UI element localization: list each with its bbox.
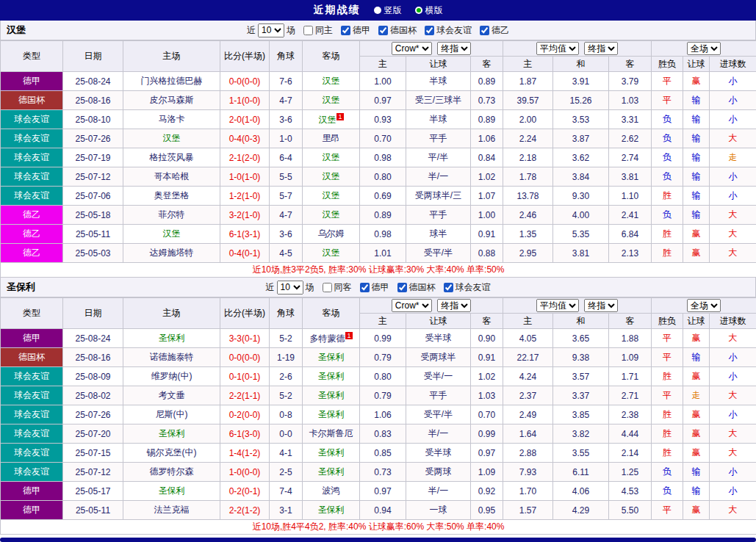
match-score[interactable]: 0-4(0-3): [220, 129, 270, 148]
match-score[interactable]: 2-0(1-0): [220, 110, 270, 129]
away-team[interactable]: 波鸿: [303, 482, 360, 501]
same-venue-filter[interactable]: 同主: [303, 24, 333, 37]
league-checkbox[interactable]: [341, 26, 350, 35]
recent-count-select[interactable]: 10: [258, 24, 284, 37]
league-checkbox[interactable]: [360, 283, 370, 292]
away-team[interactable]: 里昂: [303, 129, 360, 148]
col-header-result: 胜负: [652, 314, 683, 329]
away-team[interactable]: 汉堡: [303, 206, 360, 225]
away-team[interactable]: 乌尔姆: [303, 225, 360, 244]
league-checkbox[interactable]: [425, 26, 434, 35]
league-filter-bundesliga2[interactable]: 德乙: [480, 24, 509, 37]
home-team[interactable]: 考文垂: [123, 386, 220, 405]
league-checkbox[interactable]: [397, 283, 407, 292]
match-score[interactable]: 0-2(0-1): [220, 482, 270, 501]
home-team[interactable]: 圣保利: [123, 482, 220, 501]
home-team[interactable]: 达姆施塔特: [123, 244, 220, 263]
home-team[interactable]: 法兰克福: [123, 501, 220, 520]
league-filter-bundesliga[interactable]: 德甲: [341, 24, 370, 37]
match-score[interactable]: 1-2(1-0): [220, 187, 270, 206]
home-team[interactable]: 圣保利: [123, 424, 220, 444]
scope-select[interactable]: 全场: [687, 42, 721, 55]
home-team[interactable]: 圣保利: [123, 329, 220, 348]
home-team[interactable]: 汉堡: [123, 225, 220, 244]
home-team[interactable]: 德罗特尔森: [123, 463, 220, 482]
away-team[interactable]: 汉堡: [303, 72, 360, 91]
league-filter-friendly[interactable]: 球会友谊: [444, 281, 491, 294]
match-score[interactable]: 3-3(0-1): [220, 329, 270, 348]
home-team[interactable]: 维罗纳(中): [123, 367, 220, 386]
league-filter-friendly[interactable]: 球会友谊: [425, 24, 472, 37]
match-score[interactable]: 3-2(1-0): [220, 206, 270, 225]
league-filter-dfb-pokal[interactable]: 德国杯: [397, 281, 436, 294]
away-team[interactable]: 汉堡: [303, 187, 360, 206]
away-team[interactable]: 圣保利: [303, 348, 360, 367]
away-team[interactable]: 汉堡: [303, 148, 360, 167]
away-team[interactable]: 卡尔斯鲁厄: [303, 424, 360, 444]
match-score[interactable]: 1-0(1-0): [220, 167, 270, 187]
scope-select[interactable]: 全场: [687, 299, 721, 312]
match-score[interactable]: 0-1(0-1): [220, 367, 270, 386]
match-score[interactable]: 1-1(0-0): [220, 91, 270, 110]
euro-away-odds: 5.50: [609, 501, 652, 520]
away-team[interactable]: 圣保利: [303, 463, 360, 482]
league-checkbox[interactable]: [378, 26, 388, 35]
match-score[interactable]: 6-1(3-0): [220, 424, 270, 444]
match-score[interactable]: 0-4(0-1): [220, 244, 270, 263]
recent-count-select[interactable]: 10: [277, 281, 303, 295]
corner-score: 3-6: [270, 225, 303, 244]
filter-suffix-label: 场: [306, 281, 314, 294]
same-venue-filter[interactable]: 同客: [323, 281, 352, 294]
match-score[interactable]: 0-0(0-0): [220, 348, 270, 367]
match-score[interactable]: 0-0(0-0): [220, 72, 270, 91]
league-checkbox[interactable]: [480, 26, 489, 35]
match-score[interactable]: 0-2(0-0): [220, 405, 270, 424]
home-team[interactable]: 格拉茨风暴: [123, 148, 220, 167]
home-team[interactable]: 诺德施泰特: [123, 348, 220, 367]
asian-provider-select[interactable]: Crow*: [392, 299, 432, 312]
home-team[interactable]: 奥登堡格: [123, 187, 220, 206]
home-team[interactable]: 门兴格拉德巴赫: [123, 72, 220, 91]
match-score[interactable]: 2-1(2-0): [220, 148, 270, 167]
asian-provider-select[interactable]: Crow*: [392, 42, 432, 55]
match-score[interactable]: 2-2(1-1): [220, 386, 270, 405]
euro-home-odds: 4.05: [503, 329, 553, 348]
match-score[interactable]: 2-2(1-2): [220, 501, 270, 520]
away-team[interactable]: 汉堡: [303, 91, 360, 110]
match-row: 德甲25-05-11法兰克福2-2(1-2)3-1圣保利0.94一球0.951.…: [1, 501, 756, 520]
match-score[interactable]: 1-4(1-2): [220, 444, 270, 463]
home-team[interactable]: 尼斯(中): [123, 405, 220, 424]
radio-horizontal-layout[interactable]: 横版: [415, 4, 443, 17]
away-team[interactable]: 汉堡: [303, 167, 360, 187]
home-team[interactable]: 汉堡: [123, 129, 220, 148]
league-checkbox[interactable]: [444, 283, 453, 292]
away-team[interactable]: 圣保利: [303, 405, 360, 424]
corner-score: 3-6: [270, 110, 303, 129]
home-team[interactable]: 皮尔马森斯: [123, 91, 220, 110]
home-team[interactable]: 菲尔特: [123, 206, 220, 225]
home-team[interactable]: 哥本哈根: [123, 167, 220, 187]
asian-stage-select[interactable]: 终指: [437, 299, 471, 312]
asian-handicap: 受三/三球半: [406, 91, 471, 110]
same-venue-checkbox[interactable]: [323, 283, 332, 292]
euro-stage-select[interactable]: 终指: [584, 42, 618, 55]
league-filter-dfb-pokal[interactable]: 德国杯: [378, 24, 417, 37]
league-filter-bundesliga[interactable]: 德甲: [360, 281, 389, 294]
away-team[interactable]: 汉堡1: [303, 110, 360, 129]
home-team[interactable]: 马洛卡: [123, 110, 220, 129]
home-team[interactable]: 锡尔克堡(中): [123, 444, 220, 463]
match-score[interactable]: 1-0(0-0): [220, 463, 270, 482]
away-team[interactable]: 圣保利: [303, 367, 360, 386]
away-team[interactable]: 圣保利: [303, 444, 360, 463]
match-score[interactable]: 6-1(3-1): [220, 225, 270, 244]
euro-stage-select[interactable]: 终指: [584, 299, 618, 312]
away-team[interactable]: 多特蒙德1: [303, 329, 360, 348]
asian-stage-select[interactable]: 终指: [437, 42, 471, 55]
away-team[interactable]: 圣保利: [303, 386, 360, 405]
away-team[interactable]: 汉堡: [303, 244, 360, 263]
away-team[interactable]: 圣保利: [303, 501, 360, 520]
euro-provider-select[interactable]: 平均值: [536, 42, 579, 55]
same-venue-checkbox[interactable]: [303, 26, 313, 35]
euro-provider-select[interactable]: 平均值: [536, 299, 579, 312]
radio-vertical-layout[interactable]: 竖版: [374, 4, 402, 17]
